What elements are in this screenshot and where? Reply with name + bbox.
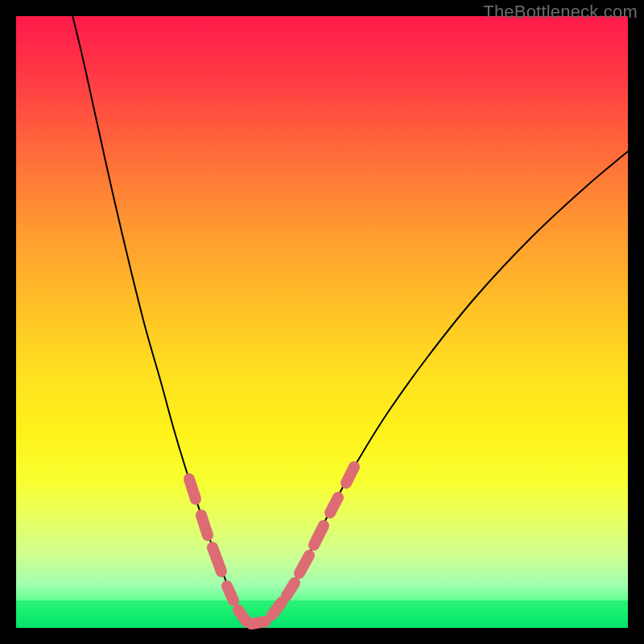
curve-marker (189, 479, 196, 499)
chart-svg (16, 16, 628, 628)
curve-marker (201, 515, 208, 535)
curve-marker (251, 621, 266, 624)
curve-marker (238, 610, 246, 621)
chart-curves (64, 0, 636, 625)
svg-rect-0 (16, 601, 628, 628)
watermark-text: TheBottleneck.com (483, 2, 638, 23)
curve-marker (227, 586, 233, 601)
chart-markers (189, 467, 354, 624)
curve-marker (272, 602, 282, 615)
curve-marker (299, 555, 309, 573)
curve-marker (330, 497, 338, 513)
curve-marker (287, 583, 295, 596)
curve-marker (346, 467, 354, 483)
curve-marker (314, 526, 324, 545)
curve-marker (213, 547, 221, 572)
chart-green-band (16, 601, 628, 628)
chart-frame (16, 16, 628, 628)
bottleneck-curve (64, 0, 256, 625)
